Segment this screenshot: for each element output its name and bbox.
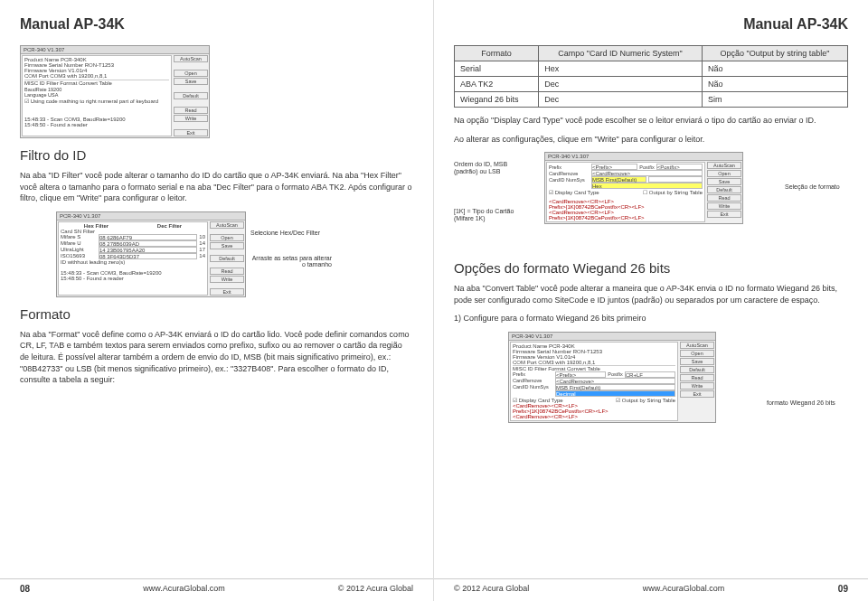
default-button[interactable]: Default bbox=[174, 92, 208, 99]
save-button[interactable]: Save bbox=[174, 78, 208, 85]
section-formato-text: Na aba "Format" você define como o AP-34… bbox=[20, 329, 413, 386]
callout-select-filter: Selecione Hex/Dec Filter bbox=[250, 230, 332, 237]
footer-url: www.AcuraGlobal.com bbox=[143, 584, 225, 594]
display-card-type-text: Na opção "Display Card Type" você pode e… bbox=[454, 115, 848, 127]
callout-card-type: [1K] = Tipo do Cartão (Mifare 1K) bbox=[454, 208, 535, 221]
page-right: Manual AP-34K Formato Campo "Card ID Num… bbox=[434, 0, 868, 601]
footer-url: www.AcuraGlobal.com bbox=[643, 584, 725, 594]
screenshot-idfilter: PCR-340 V1.307 Hex Filter Dec Filter Car… bbox=[56, 211, 246, 297]
page-title-left: Manual AP-34K bbox=[20, 16, 413, 33]
footer-left: 08 www.AcuraGlobal.com © 2012 Acura Glob… bbox=[0, 578, 433, 594]
footer-copyright: © 2012 Acura Global bbox=[338, 584, 413, 594]
write-button[interactable]: Write bbox=[174, 115, 208, 122]
read-button[interactable]: Read bbox=[174, 107, 208, 114]
section-wiegand-title: Opções do formato Wiegand 26 bits bbox=[454, 260, 848, 276]
screenshot-wiegand: PCR-340 V1.307 Product Name PCR-340K Fir… bbox=[508, 332, 716, 423]
screenshot-format: PCR-340 V1.307 Prefix<Prefix>Postfix<Pos… bbox=[544, 152, 743, 224]
section-filtro-text: Na aba "ID Filter" você pode alterar o t… bbox=[20, 170, 413, 204]
table-row: ABA TK2DecNão bbox=[455, 77, 848, 92]
footer-copyright: © 2012 Acura Global bbox=[454, 584, 529, 594]
screenshot-misc: PCR-340 V1.307 Product Name PCR-340K Fir… bbox=[20, 45, 210, 138]
footer-right: © 2012 Acura Global www.AcuraGlobal.com … bbox=[434, 578, 868, 594]
section-formato-title: Formato bbox=[20, 306, 413, 322]
open-button[interactable]: Open bbox=[174, 70, 208, 77]
page-title-right: Manual AP-34K bbox=[454, 16, 848, 33]
autoscan-button[interactable]: AutoScan bbox=[174, 55, 208, 62]
callout-wiegand-format: formato Wiegand 26 bits bbox=[767, 399, 848, 407]
callout-format-select: Seleção de formato bbox=[785, 183, 848, 191]
page-left: Manual AP-34K PCR-340 V1.307 Product Nam… bbox=[0, 0, 434, 601]
section-filtro-title: Filtro do ID bbox=[20, 147, 413, 163]
write-config-text: Ao alterar as configurações, clique em "… bbox=[454, 134, 848, 146]
page-number: 08 bbox=[20, 584, 30, 594]
table-row: Formato Campo "Card ID Numeric System" O… bbox=[455, 46, 848, 61]
table-row: SerialHexNão bbox=[455, 61, 848, 77]
window-title: PCR-340 V1.307 bbox=[57, 212, 245, 221]
page-number: 09 bbox=[838, 584, 848, 594]
table-row: Wiegand 26 bitsDecSim bbox=[455, 92, 848, 108]
section-wiegand-text: Na aba "Convert Table" você pode alterar… bbox=[454, 283, 848, 305]
format-table: Formato Campo "Card ID Numeric System" O… bbox=[454, 45, 848, 108]
window-title: PCR-340 V1.307 bbox=[21, 46, 209, 54]
exit-button[interactable]: Exit bbox=[174, 129, 208, 136]
callout-drag-arrows: Arraste as setas para alterar o tamanho bbox=[250, 255, 332, 268]
step-1: 1) Configure para o formato Wiegand 26 b… bbox=[454, 313, 848, 324]
callout-id-order: Ordem do ID, MSB (padrão) ou LSB bbox=[454, 161, 526, 174]
